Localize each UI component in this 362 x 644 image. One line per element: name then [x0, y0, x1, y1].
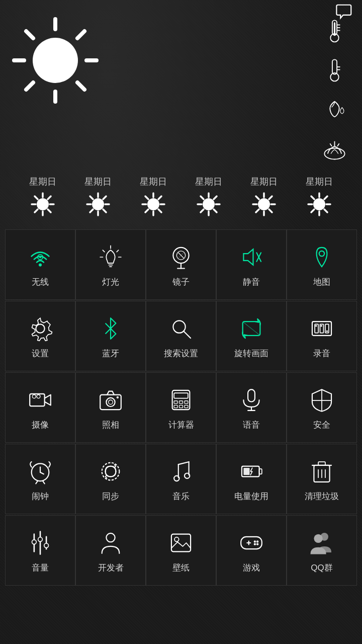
svg-rect-144: [243, 468, 249, 475]
svg-line-56: [214, 196, 217, 199]
app-security[interactable]: 安全: [287, 372, 357, 443]
svg-rect-122: [174, 405, 177, 408]
svg-line-63: [256, 196, 259, 199]
volume-icon: [25, 528, 55, 558]
svg-point-116: [117, 396, 119, 398]
svg-point-76: [313, 198, 325, 210]
app-bluetooth[interactable]: 蓝牙: [75, 301, 146, 371]
trash-icon: [307, 456, 337, 487]
forecast-day-3: 星期日: [140, 176, 167, 217]
svg-rect-118: [174, 393, 188, 398]
map-icon: [307, 242, 337, 272]
svg-point-156: [44, 543, 49, 547]
app-trash[interactable]: 清理垃圾: [287, 444, 357, 514]
app-wifi[interactable]: 无线: [5, 229, 75, 300]
forecast-sun-3: [141, 192, 166, 217]
game-icon: [236, 528, 266, 558]
app-qq-group[interactable]: QQ群: [287, 515, 357, 586]
voice-icon: [236, 385, 266, 415]
speech-bubble-icon: [334, 4, 352, 19]
svg-rect-121: [185, 400, 188, 403]
app-row-3: 摄像 照相: [5, 372, 357, 443]
svg-line-22: [337, 143, 339, 146]
svg-rect-158: [171, 534, 191, 551]
app-alarm[interactable]: 闹钟: [5, 444, 75, 514]
svg-line-133: [36, 481, 37, 484]
wallpaper-icon: [166, 528, 196, 558]
svg-line-54: [201, 196, 204, 199]
forecast-day-5: 星期日: [250, 176, 278, 217]
wifi-icon: [25, 242, 55, 272]
svg-point-157: [106, 533, 115, 541]
forecast-sun-2: [85, 192, 111, 217]
app-light[interactable]: 灯光: [75, 229, 146, 300]
app-voice[interactable]: 语音: [216, 372, 287, 443]
svg-rect-119: [174, 400, 177, 403]
app-record[interactable]: 录音: [287, 301, 357, 371]
app-sync[interactable]: 同步: [75, 444, 146, 514]
svg-point-58: [203, 198, 215, 210]
svg-point-141: [185, 473, 190, 478]
svg-point-168: [314, 534, 322, 542]
app-mute[interactable]: 静音: [216, 229, 287, 300]
alarm-icon: [25, 456, 55, 487]
svg-point-140: [174, 475, 179, 480]
forecast-sun-4: [196, 192, 221, 217]
svg-line-102: [243, 321, 260, 336]
svg-line-5: [77, 83, 84, 90]
svg-line-84: [103, 250, 104, 252]
svg-point-115: [109, 400, 113, 405]
app-developer[interactable]: 开发者: [75, 515, 146, 586]
app-camera-video[interactable]: 摄像: [5, 372, 75, 443]
mirror-icon: [166, 242, 196, 272]
svg-point-109: [326, 330, 328, 332]
app-wallpaper[interactable]: 壁纸: [146, 515, 216, 586]
search-settings-icon: [166, 313, 196, 344]
app-search-settings[interactable]: 搜索设置: [146, 301, 216, 371]
sync-icon: [96, 456, 126, 487]
app-game[interactable]: 游戏: [216, 515, 287, 586]
svg-point-155: [38, 537, 43, 541]
svg-point-67: [258, 198, 270, 210]
app-rotate[interactable]: 旋转画面: [216, 301, 287, 371]
app-volume[interactable]: 音量: [5, 515, 75, 586]
svg-line-27: [35, 196, 38, 199]
svg-point-79: [39, 256, 41, 258]
app-mirror[interactable]: 镜子: [146, 229, 216, 300]
svg-line-28: [48, 209, 51, 212]
app-calculator[interactable]: 计算器: [146, 372, 216, 443]
svg-rect-124: [185, 405, 188, 408]
forecast-day-4: 星期日: [195, 176, 222, 217]
svg-line-6: [77, 31, 84, 38]
svg-rect-143: [259, 468, 262, 473]
svg-point-112: [37, 394, 40, 398]
forecast-day-1: 星期日: [29, 176, 56, 217]
app-camera-photo[interactable]: 照相: [75, 372, 146, 443]
app-battery[interactable]: 电量使用: [216, 444, 287, 514]
svg-point-135: [102, 462, 120, 480]
weather-indicators: [317, 13, 352, 166]
svg-line-65: [269, 196, 272, 199]
svg-point-108: [320, 325, 322, 327]
app-settings[interactable]: 设置: [5, 301, 75, 371]
svg-line-21: [330, 143, 332, 146]
svg-line-47: [158, 196, 161, 199]
svg-rect-125: [248, 389, 255, 401]
svg-point-40: [92, 198, 104, 210]
app-row-5: 音量 开发者 壁纸: [5, 515, 357, 586]
developer-icon: [96, 528, 126, 558]
app-music[interactable]: 音乐: [146, 444, 216, 514]
svg-marker-94: [243, 249, 253, 265]
weather-section: [0, 0, 362, 171]
camera-photo-icon: [96, 385, 126, 415]
svg-line-45: [145, 196, 148, 199]
record-icon: [307, 313, 337, 344]
storm-icon: [317, 130, 352, 166]
bluetooth-icon: [96, 313, 126, 344]
thermometer-low-icon: [317, 52, 352, 87]
forecast-day-6: 星期日: [306, 176, 333, 217]
svg-point-49: [147, 198, 159, 210]
svg-rect-123: [179, 405, 183, 408]
svg-point-77: [39, 263, 42, 266]
app-map[interactable]: 地图: [287, 229, 357, 300]
